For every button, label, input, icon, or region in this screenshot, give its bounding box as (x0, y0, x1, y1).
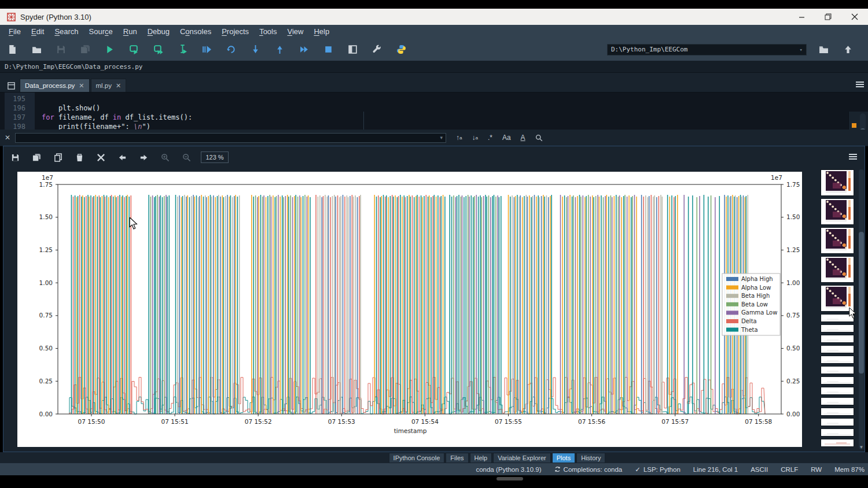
browse-directory-button[interactable] (811, 41, 836, 58)
regex-icon[interactable]: .* (488, 134, 492, 142)
pane-tab-variable-explorer[interactable]: Variable Explorer (493, 453, 551, 463)
thumbs-scroll-down-icon[interactable]: ▼ (859, 445, 864, 450)
plot-thumbnail-corr-heatmap[interactable] (821, 285, 854, 312)
copy-plot-button[interactable] (47, 150, 69, 164)
preferences-wrench-button[interactable] (365, 41, 389, 58)
run-selection-button[interactable] (170, 41, 194, 58)
remove-plot-button[interactable] (69, 150, 90, 164)
plot-thumbnail-blank-strip[interactable] (821, 335, 854, 343)
menu-source[interactable]: Source (84, 26, 118, 37)
plots-options-menu-icon[interactable] (848, 152, 858, 162)
restore-button[interactable] (815, 9, 841, 25)
chevron-down-icon[interactable]: ▾ (800, 47, 803, 53)
menu-edit[interactable]: Edit (26, 26, 49, 37)
parent-directory-button[interactable] (836, 41, 860, 58)
pane-tab-files[interactable]: Files (446, 453, 468, 463)
screenshot-root: Spyder (Python 3.10) FileEditSearchSourc… (0, 0, 868, 488)
plot-thumbnail-blank-strip[interactable] (821, 314, 854, 322)
plot-thumbnail-blank-strip[interactable] (821, 345, 854, 353)
find-next-icon[interactable]: ↓a (472, 134, 477, 142)
scroll-change-marker (852, 123, 856, 128)
plot-thumbnail-blank-strip[interactable] (821, 397, 854, 405)
menu-debug[interactable]: Debug (142, 26, 175, 37)
run-cell-button[interactable] (122, 41, 146, 58)
plot-thumbnail-blank-strip[interactable] (821, 387, 854, 395)
find-bar: ✕ ▾ ↑a ↓a .* Aa A (0, 130, 868, 146)
step-into-button[interactable] (243, 41, 267, 58)
eol-status: CRLF (781, 466, 798, 473)
menu-search[interactable]: Search (49, 26, 83, 37)
menu-tools[interactable]: Tools (254, 26, 282, 37)
menu-consoles[interactable]: Consoles (175, 26, 216, 37)
tab-close-icon[interactable]: ✕ (116, 82, 121, 90)
search-icon[interactable] (535, 134, 543, 142)
save-all-plots-button[interactable] (26, 150, 47, 164)
find-previous-icon[interactable]: ↑a (456, 134, 462, 142)
browse-tabs-button[interactable] (2, 79, 20, 92)
svg-text:1.50: 1.50 (39, 213, 53, 220)
whole-words-icon[interactable]: A (521, 134, 525, 142)
plot-thumbnail-corr-heatmap[interactable] (821, 256, 854, 283)
stop-button[interactable] (316, 41, 340, 58)
svg-text:07 15:54: 07 15:54 (411, 418, 439, 425)
pane-tab-history[interactable]: History (576, 453, 605, 463)
plot-thumbnail-corr-heatmap[interactable] (821, 227, 854, 254)
new-file-button[interactable] (0, 41, 24, 58)
plot-thumbnail-blank-strip[interactable] (821, 418, 854, 426)
plot-thumbnail-blank-strip[interactable] (821, 408, 854, 416)
svg-text:0.50: 0.50 (786, 345, 800, 352)
pane-tab-ipython-console[interactable]: IPython Console (389, 453, 445, 463)
run-button[interactable] (97, 41, 122, 58)
menu-view[interactable]: View (282, 26, 308, 37)
remove-all-plots-button[interactable] (90, 150, 112, 164)
find-close-icon[interactable]: ✕ (0, 134, 15, 142)
plot-thumbnail-corr-heatmap[interactable] (821, 169, 854, 196)
permissions-status: RW (811, 466, 822, 473)
previous-plot-button[interactable] (112, 150, 133, 164)
menu-file[interactable]: File (3, 26, 26, 37)
plot-thumbnail-corr-heatmap[interactable] (821, 198, 854, 225)
find-input[interactable]: ▾ (15, 133, 446, 143)
menu-run[interactable]: Run (118, 26, 142, 37)
cursor-position: Line 216, Col 1 (693, 466, 738, 473)
save-plot-button[interactable] (5, 150, 26, 164)
plot-thumbnail-blank-strip[interactable] (821, 356, 854, 364)
next-plot-button[interactable] (133, 150, 155, 164)
chevron-down-icon[interactable]: ▾ (440, 135, 443, 141)
editor-tab-ml-py[interactable]: ml.py✕ (91, 79, 127, 92)
code-editor[interactable]: 195196 plt.show()197for filename, df in … (0, 92, 868, 130)
working-directory-combobox[interactable]: D:\Python_Imp\EEGCom ▾ (607, 44, 807, 56)
menu-projects[interactable]: Projects (216, 26, 254, 37)
interpreter-status: conda (Python 3.10.9) (476, 466, 541, 473)
editor-tab-data_process-py[interactable]: Data_process.py✕ (20, 79, 90, 92)
step-return-button[interactable] (267, 41, 292, 58)
line-number: 198 (5, 123, 30, 130)
maximize-pane-button[interactable] (340, 41, 365, 58)
pane-tab-help[interactable]: Help (470, 453, 492, 463)
plot-thumbnail-blank-strip[interactable] (821, 324, 854, 332)
continue-button[interactable] (292, 41, 316, 58)
svg-text:1.75: 1.75 (39, 181, 53, 188)
pane-tab-plots[interactable]: Plots (552, 453, 575, 463)
editor-options-menu-icon[interactable] (855, 80, 865, 90)
open-folder-button[interactable] (24, 41, 49, 58)
debug-file-button[interactable] (194, 41, 219, 58)
thumbs-scrollbar-thumb[interactable] (859, 232, 864, 374)
matplotlib-figure[interactable]: 0.000.000.250.250.500.500.750.751.001.00… (17, 172, 802, 447)
menu-help[interactable]: Help (308, 26, 334, 37)
plot-thumbnail-blank-strip[interactable] (821, 366, 854, 374)
python-env-button[interactable] (389, 41, 413, 58)
run-cell-advance-button[interactable] (146, 41, 170, 58)
plot-thumbnail-faint-red-strip[interactable] (821, 439, 854, 447)
svg-text:07 15:57: 07 15:57 (661, 418, 689, 425)
tab-close-icon[interactable]: ✕ (79, 82, 84, 90)
minimize-button[interactable] (788, 9, 815, 25)
svg-text:1e7: 1e7 (771, 174, 782, 181)
line-number: 195 (5, 95, 30, 103)
close-button[interactable] (841, 9, 868, 25)
plot-thumbnail-blank-strip[interactable] (821, 428, 854, 437)
match-case-icon[interactable]: Aa (502, 134, 511, 142)
plot-thumbnail-blank-strip[interactable] (821, 376, 854, 385)
rerun-cell-button[interactable] (219, 41, 243, 58)
editor-scrollbar[interactable] (860, 113, 866, 130)
